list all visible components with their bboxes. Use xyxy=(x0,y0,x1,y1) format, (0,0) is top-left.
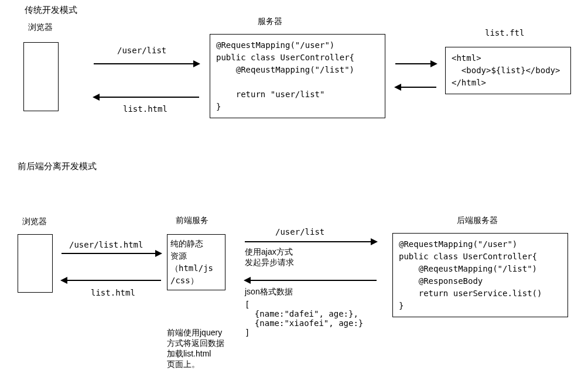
json-label: json格式数据 xyxy=(245,287,293,297)
section1-title: 传统开发模式 xyxy=(25,5,77,16)
arrow-left-1 xyxy=(94,97,199,98)
arrow-left-3 xyxy=(61,280,161,281)
ajax-note: 使用ajax方式 发起异步请求 xyxy=(245,247,294,268)
frontend-label: 前端服务 xyxy=(176,215,208,226)
browser-label-2: 浏览器 xyxy=(22,217,47,227)
template-code-box: <html> <body>${list}</body> </html> xyxy=(445,47,571,94)
browser-box-1 xyxy=(23,42,59,111)
browser-box-2 xyxy=(18,234,53,293)
template-label: list.ftl xyxy=(485,28,524,37)
arrow-right-3 xyxy=(61,253,161,254)
server-label-1: 服务器 xyxy=(258,16,282,27)
browser-label-1: 浏览器 xyxy=(28,22,53,33)
frontend-box: 纯的静态 资源 （html/js /css） xyxy=(167,234,225,290)
server-code-box: @RequestMapping("/user") public class Us… xyxy=(210,34,385,118)
arrow-label-res-1: list.html xyxy=(123,104,167,114)
backend-code-box: @RequestMapping("/user") public class Us… xyxy=(392,233,568,317)
arrow-right-2 xyxy=(395,63,436,64)
arrow-right-1 xyxy=(94,63,199,64)
arrow-label-req-3: /user/list xyxy=(275,227,324,236)
backend-label: 后端服务器 xyxy=(457,215,498,226)
arrow-label-req-2: /user/list.html xyxy=(69,240,143,249)
arrow-right-4 xyxy=(245,241,377,242)
arrow-label-res-2: list.html xyxy=(91,288,135,297)
arrow-left-4 xyxy=(245,280,377,281)
arrow-label-req-1: /user/list xyxy=(117,46,166,55)
arrow-left-2 xyxy=(395,87,436,88)
json-sample: [ {name:"dafei", age:}, {name:"xiaofei",… xyxy=(245,300,363,337)
section2-title: 前后端分离开发模式 xyxy=(18,161,97,172)
frontend-note: 前端使用jquery 方式将返回数据 加载list.html 页面上。 xyxy=(167,328,224,370)
